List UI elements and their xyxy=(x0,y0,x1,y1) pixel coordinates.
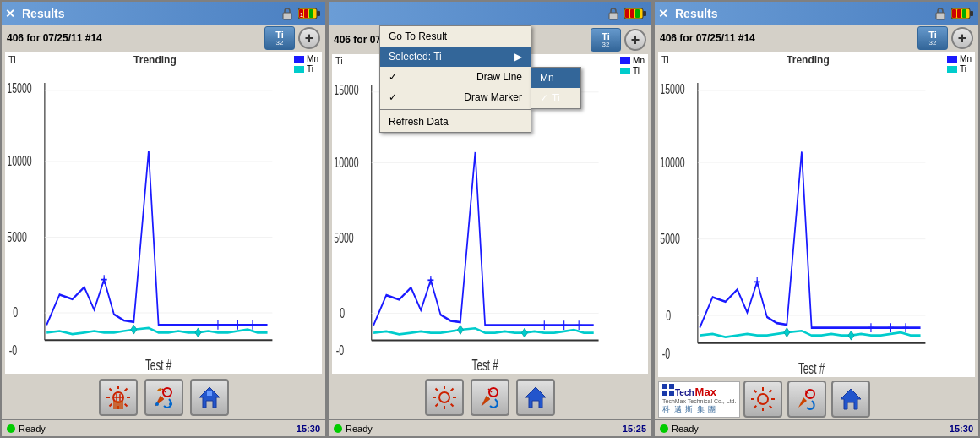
lock-icon xyxy=(280,6,295,21)
techmax-subtitle: TechMax Technical Co., Ltd. xyxy=(662,398,736,404)
menu-item-draw-line[interactable]: ✓ Draw Line xyxy=(380,67,531,87)
menu-item-draw-marker[interactable]: ✓ Draw Marker xyxy=(380,87,531,107)
svg-text:0: 0 xyxy=(340,306,345,321)
element-symbol-middle: Ti xyxy=(602,32,610,41)
tools-button-middle[interactable] xyxy=(471,379,509,416)
element-symbol-right: Ti xyxy=(928,30,937,40)
svg-text:-0: -0 xyxy=(662,347,671,362)
subtitle-text-right: 406 for 07/25/11 #14 xyxy=(660,32,914,44)
status-time-right: 15:30 xyxy=(950,424,973,434)
submenu-label-ti: Ti xyxy=(552,92,560,104)
element-number-right: 32 xyxy=(929,40,937,47)
menu-label-draw-line: Draw Line xyxy=(476,71,522,83)
submenu-label-mn: Mn xyxy=(540,72,554,84)
svg-rect-41 xyxy=(643,11,646,16)
techmax-logo: TechMax TechMax Technical Co., Ltd. 科 邁 … xyxy=(658,381,740,418)
svg-marker-37 xyxy=(199,387,220,408)
svg-marker-18 xyxy=(131,325,137,334)
battery-icon-middle xyxy=(624,7,648,20)
toolbar-logo-row-right: TechMax TechMax Technical Co., Ltd. 科 邁 … xyxy=(655,379,978,419)
context-menu[interactable]: Go To Result Selected: Ti ▶ Mn ✓ Ti ✓ Dr… xyxy=(379,25,531,133)
svg-text:-0: -0 xyxy=(336,343,344,359)
svg-rect-100 xyxy=(669,384,674,389)
chart-canvas-right[interactable]: 15000 10000 5000 0 -0 xyxy=(658,75,975,377)
settings-button-middle[interactable] xyxy=(425,379,464,416)
add-element-button-middle[interactable]: + xyxy=(624,29,646,51)
check-ti-icon: ✓ xyxy=(540,92,548,104)
chart-y-label-right: Ti xyxy=(662,54,669,74)
element-badge-middle: Ti 32 xyxy=(591,28,621,52)
home-button-left[interactable] xyxy=(190,379,229,416)
svg-text:10000: 10000 xyxy=(334,156,358,171)
status-bar-left: Ready 15:30 xyxy=(2,419,325,436)
close-icon[interactable]: ✕ xyxy=(5,7,15,20)
submenu-item-mn[interactable]: Mn xyxy=(531,68,580,88)
add-element-button-right[interactable]: + xyxy=(951,27,973,49)
svg-point-33 xyxy=(163,388,172,397)
subtitle-row-left: 406 for 07/25/11 #14 Ti 32 + xyxy=(2,25,325,51)
status-bar-middle: Ready 15:25 xyxy=(329,419,651,436)
svg-marker-56 xyxy=(457,326,463,335)
menu-item-selected-ti[interactable]: Selected: Ti ▶ Mn ✓ Ti xyxy=(380,47,531,67)
toolbar-middle xyxy=(329,375,651,419)
svg-text:15000: 15000 xyxy=(334,83,358,98)
submenu-item-ti[interactable]: ✓ Ti xyxy=(531,88,580,108)
submenu-elements[interactable]: Mn ✓ Ti xyxy=(531,67,581,109)
close-icon-right[interactable]: ✕ xyxy=(658,7,668,20)
add-element-button-left[interactable]: + xyxy=(298,27,320,49)
element-symbol-left: Ti xyxy=(275,30,284,40)
techmax-brand-tech: Tech xyxy=(675,388,694,397)
subtitle-text-left: 406 for 07/25/11 #14 xyxy=(7,32,261,44)
toolbar-left xyxy=(2,375,325,419)
svg-rect-74 xyxy=(952,9,956,18)
svg-rect-101 xyxy=(662,391,667,396)
battery-icon-right xyxy=(951,7,975,20)
svg-point-104 xyxy=(806,390,814,398)
menu-item-go-to-result[interactable]: Go To Result xyxy=(380,26,531,47)
svg-text:10000: 10000 xyxy=(660,155,685,170)
tools-button-right[interactable] xyxy=(787,381,826,418)
element-number-left: 32 xyxy=(276,40,284,47)
svg-text:Test #: Test # xyxy=(798,359,825,376)
techmax-dots-icon xyxy=(662,384,674,396)
menu-item-refresh-data[interactable]: Refresh Data xyxy=(380,112,531,132)
settings-button-right[interactable] xyxy=(743,381,782,418)
svg-rect-2 xyxy=(317,11,320,16)
svg-marker-57 xyxy=(521,328,527,337)
status-text-left: Ready xyxy=(19,424,46,434)
chart-area-right: Ti Trending Mn Ti 15000 10000 5000 0 -0 xyxy=(658,52,975,377)
svg-rect-43 xyxy=(630,9,634,18)
status-dot-right xyxy=(660,424,668,433)
techmax-brand-max: Max xyxy=(695,386,716,398)
svg-text:10000: 10000 xyxy=(7,154,32,169)
tools-button-left[interactable] xyxy=(144,379,183,416)
svg-text:Test #: Test # xyxy=(145,356,172,373)
svg-point-35 xyxy=(155,402,159,406)
svg-text:1: 1 xyxy=(300,12,303,18)
svg-point-68 xyxy=(489,388,498,397)
window-title-left: Results xyxy=(22,7,276,20)
svg-text:5000: 5000 xyxy=(334,231,353,246)
menu-label-selected-ti: Selected: Ti xyxy=(389,51,442,63)
menu-label-refresh-data: Refresh Data xyxy=(389,116,449,128)
svg-marker-88 xyxy=(784,328,790,337)
settings-button-left[interactable] xyxy=(99,379,138,416)
panel-left: ✕ Results 1 406 for 07/25/11 #14 Ti 32 +… xyxy=(0,0,327,438)
home-button-right[interactable] xyxy=(831,381,870,418)
chart-canvas-left[interactable]: 15000 10000 5000 0 -0 xyxy=(5,75,322,374)
chart-legend-right: Mn Ti xyxy=(947,54,972,74)
svg-text:15000: 15000 xyxy=(7,81,32,96)
chart-legend-left: Mn Ti xyxy=(294,54,318,74)
title-bar-middle xyxy=(329,2,651,25)
svg-rect-102 xyxy=(669,391,674,396)
toolbar-right xyxy=(743,381,870,418)
submenu-arrow-icon: ▶ xyxy=(514,51,522,63)
svg-rect-39 xyxy=(609,13,618,19)
status-ready-middle: Ready xyxy=(334,424,373,434)
panel-right: ✕ Results 406 for 07/25/11 #14 Ti 32 + T… xyxy=(653,0,980,438)
status-ready-right: Ready xyxy=(660,424,699,434)
svg-rect-42 xyxy=(625,9,629,18)
chart-legend-middle: Mn Ti xyxy=(620,56,645,75)
home-button-middle[interactable] xyxy=(516,379,555,416)
chart-y-label-left: Ti xyxy=(8,54,16,74)
